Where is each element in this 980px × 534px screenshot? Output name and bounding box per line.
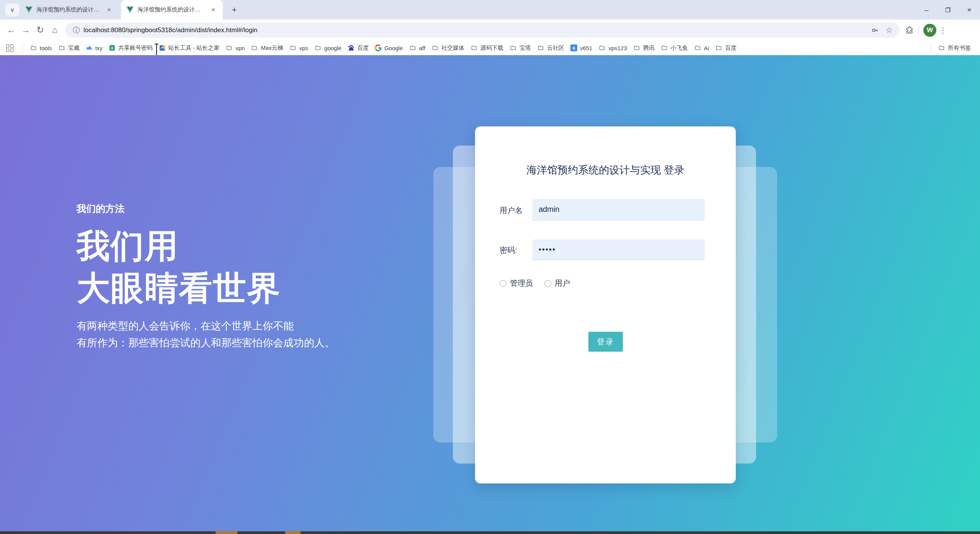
close-window-button[interactable]: × <box>959 0 980 20</box>
bookmark-item[interactable]: 共享账号密码 <box>106 43 156 53</box>
folder-icon <box>289 45 297 51</box>
bookmark-item[interactable]: txy <box>83 43 106 52</box>
bookmark-item[interactable]: vpn <box>222 44 248 52</box>
bookmark-item[interactable]: 云社区 <box>534 43 567 53</box>
google-icon <box>375 44 382 51</box>
bookmark-item[interactable]: Ai <box>691 44 712 52</box>
bookmark-star-icon[interactable]: ☆ <box>885 26 893 35</box>
browser-menu-icon[interactable]: ⋮ <box>936 26 949 35</box>
bookmark-item[interactable]: 宝塔 <box>506 43 534 53</box>
chevron-down-icon: ∨ <box>10 7 15 13</box>
restore-icon <box>946 7 951 12</box>
all-bookmarks-button[interactable]: 所有书签 <box>935 43 974 53</box>
profile-avatar[interactable]: W <box>923 24 936 37</box>
reload-button[interactable]: ↻ <box>33 23 47 38</box>
hero-subtitle-line1: 有两种类型的人会告诉你，在这个世界上你不能 <box>77 318 335 334</box>
password-input[interactable] <box>532 239 705 260</box>
bookmark-item[interactable]: vps <box>286 44 311 52</box>
folder-icon <box>661 45 668 51</box>
bookmark-item[interactable]: 源码下载 <box>467 43 506 53</box>
folder-icon <box>431 45 439 51</box>
window-controls: – × <box>916 0 980 20</box>
site-info-icon[interactable]: ⓘ <box>73 26 80 35</box>
bookmark-item[interactable]: 宝藏 <box>55 43 83 53</box>
browser-tab-inactive[interactable]: 海洋馆预约系统的设计与实现 × <box>20 0 119 20</box>
folder-icon <box>510 45 517 51</box>
login-title: 海洋馆预约系统的设计与实现 登录 <box>475 163 736 177</box>
folder-icon <box>470 45 478 51</box>
folder-icon <box>251 45 258 51</box>
url-bar[interactable]: ⓘ localhost:8080/springboot5318c/admin/d… <box>65 23 900 38</box>
hero-block: 我们的方法 我们用 大眼睛看世界 有两种类型的人会告诉你，在这个世界上你不能 有… <box>77 202 335 351</box>
taskbar-icon-sliver <box>216 531 237 534</box>
bookmark-item[interactable]: 百度 <box>345 43 372 53</box>
restore-button[interactable] <box>937 0 959 20</box>
folder-icon <box>30 45 37 51</box>
bookmark-item[interactable]: 小飞鱼 <box>658 43 691 53</box>
bookmark-item[interactable]: 站长工具 - 站长之家 <box>156 43 222 53</box>
bookmark-item[interactable]: aff <box>406 44 428 52</box>
radio-label: 用户 <box>555 278 570 288</box>
hero-subtitle-line2: 有所作为：那些害怕尝试的人和那些害怕你会成功的人。 <box>77 334 335 351</box>
bookmark-item[interactable]: 社交媒体 <box>428 43 467 53</box>
close-tab-icon[interactable]: × <box>105 6 113 14</box>
minimize-button[interactable]: – <box>916 0 937 20</box>
close-tab-icon[interactable]: × <box>209 6 217 14</box>
hero-kicker: 我们的方法 <box>77 202 335 215</box>
taskbar-icon-sliver <box>285 531 301 534</box>
browser-window: ∨ 海洋馆预约系统的设计与实现 × 海洋馆预约系统的设计与实现 × + – × … <box>0 0 980 534</box>
tab-title: 海洋馆预约系统的设计与实现 <box>36 6 101 13</box>
folder-icon <box>409 45 416 51</box>
username-label: 用户名 <box>500 205 523 216</box>
browser-toolbar: ← → ↻ ⌂ ⓘ localhost:8080/springboot5318c… <box>0 20 980 41</box>
bookmark-item[interactable]: tools <box>27 44 55 52</box>
folder-icon <box>58 45 65 51</box>
tab-title: 海洋馆预约系统的设计与实现 <box>137 6 205 13</box>
folder-icon <box>598 45 606 51</box>
bookmark-item[interactable]: vps123 <box>595 44 630 52</box>
home-button[interactable]: ⌂ <box>47 23 62 38</box>
vue-logo-icon <box>126 7 134 13</box>
cloud-icon <box>86 44 93 51</box>
vue-logo-icon <box>25 7 33 13</box>
folder-icon <box>537 45 544 51</box>
browser-tab-active[interactable]: 海洋馆预约系统的设计与实现 × <box>121 0 223 20</box>
password-label: 密码: <box>500 245 517 256</box>
back-button[interactable]: ← <box>4 23 18 38</box>
bookmark-item[interactable]: 腾讯 <box>630 43 658 53</box>
folder-icon <box>225 45 233 51</box>
baidu-icon <box>348 44 354 51</box>
role-radio-user[interactable]: 用户 <box>544 278 570 288</box>
login-page: 我们的方法 我们用 大眼睛看世界 有两种类型的人会告诉你，在这个世界上你不能 有… <box>0 55 980 531</box>
username-input[interactable] <box>532 199 705 220</box>
bookmark-item[interactable]: google <box>311 44 345 52</box>
chinaz-icon <box>159 44 166 51</box>
login-card: 海洋馆预约系统的设计与实现 登录 用户名 密码: 管理员 用户 登录 <box>475 126 736 483</box>
spreadsheet-icon <box>109 44 116 51</box>
password-manager-icon[interactable] <box>871 26 879 34</box>
extensions-icon[interactable] <box>905 26 914 34</box>
role-selector: 管理员 用户 <box>500 278 570 288</box>
forward-button[interactable]: → <box>18 23 33 38</box>
folder-icon <box>715 45 722 51</box>
role-radio-admin[interactable]: 管理员 <box>500 278 533 288</box>
folder-icon <box>633 45 640 51</box>
bookmark-item[interactable]: 百度 <box>712 43 740 53</box>
radio-circle-icon <box>500 280 506 287</box>
apps-grid-icon[interactable] <box>6 44 13 52</box>
bookmark-item[interactable]: Google <box>372 43 406 52</box>
taskbar-edge <box>0 531 980 534</box>
login-button[interactable]: 登录 <box>588 332 623 352</box>
bookmark-item[interactable]: Max云梯 <box>248 43 286 53</box>
new-tab-button[interactable]: + <box>228 4 240 16</box>
tab-strip: ∨ 海洋馆预约系统的设计与实现 × 海洋馆预约系统的设计与实现 × + – × <box>0 0 980 20</box>
url-text[interactable]: localhost:8080/springboot5318c/admin/dis… <box>83 26 871 34</box>
v651-icon: ∧ <box>570 44 577 51</box>
bookmarks-divider <box>23 44 23 52</box>
tab-search-button[interactable]: ∨ <box>5 3 19 16</box>
hero-title-line1: 我们用 <box>77 225 335 267</box>
radio-label: 管理员 <box>510 278 533 288</box>
radio-circle-icon <box>544 280 551 287</box>
bookmark-item[interactable]: ∧ v651 <box>567 43 596 52</box>
folder-icon <box>938 45 945 51</box>
